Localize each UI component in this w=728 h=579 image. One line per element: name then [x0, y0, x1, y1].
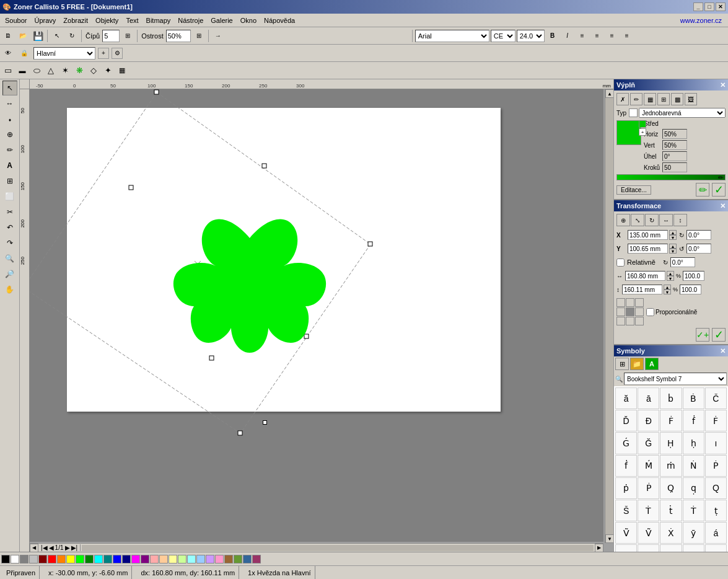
trans-prop-cb[interactable]: [646, 308, 654, 316]
font-size-select[interactable]: 24.0: [517, 30, 545, 42]
arrow-btn[interactable]: →: [211, 29, 225, 43]
sym-cell-11[interactable]: Ğ: [638, 432, 659, 454]
trans-x-up[interactable]: ▲: [669, 230, 677, 235]
triangle-tool[interactable]: △: [44, 64, 58, 77]
layer-add-btn[interactable]: +: [98, 48, 109, 59]
menu-galerie[interactable]: Galerie: [207, 15, 236, 25]
sym-cell-28[interactable]: Ṫ: [683, 500, 704, 521]
menu-napoveda[interactable]: Nápověda: [260, 15, 299, 25]
trans-grid-tl[interactable]: [616, 298, 625, 307]
color-sky[interactable]: [196, 555, 205, 564]
scroll-left-btn[interactable]: ◀: [30, 544, 38, 552]
sym-cell-31[interactable]: Ṽ: [638, 522, 659, 544]
color-purple[interactable]: [141, 555, 149, 564]
trans-wpct-input[interactable]: [683, 271, 704, 281]
layer-settings-btn[interactable]: ⚙: [112, 48, 123, 59]
trans-grid[interactable]: [616, 298, 644, 325]
node-tool[interactable]: ⬧: [2, 112, 17, 126]
sym-cell-6[interactable]: Đ: [638, 410, 659, 431]
flower-shape[interactable]: [141, 157, 358, 374]
color-pink1[interactable]: [150, 555, 159, 564]
page-nav-right[interactable]: ▶|: [71, 544, 78, 551]
cut-tool[interactable]: ✂: [2, 205, 17, 219]
italic-button[interactable]: I: [561, 29, 574, 43]
align-justify[interactable]: ≡: [620, 29, 634, 43]
fill-add-btn[interactable]: +: [639, 128, 646, 136]
cipu-input[interactable]: [102, 30, 120, 42]
sym-cell-13[interactable]: ḥ: [683, 432, 704, 454]
ostrost-spin[interactable]: ⊞: [192, 29, 206, 43]
transform-tool[interactable]: ↔: [2, 96, 17, 111]
sym-cell-36[interactable]: ã: [638, 544, 659, 552]
color-steel[interactable]: [243, 555, 252, 564]
trans-y-input[interactable]: [628, 244, 668, 254]
sym-cell-39[interactable]: u: [705, 544, 727, 552]
sym-cell-37[interactable]: í: [660, 544, 682, 552]
color-gray[interactable]: [20, 555, 29, 564]
sym-cell-19[interactable]: Ṗ: [705, 455, 727, 477]
sym-cell-15[interactable]: ḟ: [615, 455, 637, 477]
fill-color-preview[interactable]: [616, 120, 641, 145]
pointer-tool[interactable]: ↖: [50, 29, 64, 43]
sym-cell-1[interactable]: ā: [638, 387, 659, 409]
trans-x-input[interactable]: [628, 230, 668, 240]
barcode-tool[interactable]: ▦: [115, 64, 129, 77]
trans-rot-input[interactable]: [686, 230, 711, 240]
transformace-close[interactable]: ✕: [720, 202, 726, 210]
zoom-in-tool[interactable]: 🔍: [2, 251, 17, 266]
color-yellow[interactable]: [66, 555, 75, 564]
color-olive[interactable]: [234, 555, 242, 564]
fill-grad-btn[interactable]: ▦: [644, 93, 656, 105]
align-center[interactable]: ≡: [590, 29, 604, 43]
sym-cell-0[interactable]: ă: [615, 387, 637, 409]
sym-font-select[interactable]: Bookshelf Symbol 7: [624, 373, 727, 385]
scrollbar-vertical[interactable]: ▲ ▼: [605, 89, 613, 543]
trans-grid-mr[interactable]: [635, 307, 644, 316]
fill-texture-btn[interactable]: ▩: [671, 93, 683, 105]
trans-relative-cb[interactable]: [616, 259, 625, 267]
sym-cell-14[interactable]: ı: [705, 432, 727, 454]
trans-flip-v-btn[interactable]: ↕: [673, 214, 687, 226]
scroll-right-btn[interactable]: ▶: [595, 544, 603, 552]
fill-none-btn[interactable]: ✗: [616, 93, 629, 105]
menu-soubor[interactable]: Soubor: [1, 15, 30, 25]
scroll-up-btn[interactable]: ▲: [605, 89, 613, 98]
pan-tool[interactable]: ✋: [2, 282, 17, 297]
canvas-viewport[interactable]: ↖: [30, 89, 603, 542]
new-button[interactable]: 🗎: [1, 29, 15, 43]
trans-y-down[interactable]: ▼: [669, 249, 677, 254]
menu-okno[interactable]: Okno: [237, 15, 260, 25]
sym-cell-25[interactable]: Š: [615, 500, 637, 521]
trans-grid-tm[interactable]: [626, 298, 634, 307]
sym-cell-33[interactable]: ȳ: [683, 522, 704, 544]
round-rect-tool[interactable]: ▬: [15, 64, 29, 77]
menu-upravy[interactable]: Úpravy: [30, 15, 59, 25]
sym-cell-16[interactable]: Ḿ: [638, 455, 659, 477]
ellipse-tool[interactable]: ⬭: [30, 64, 43, 77]
color-lime2[interactable]: [178, 555, 186, 564]
color-lime[interactable]: [76, 555, 84, 564]
trans-flip-h-btn[interactable]: ↔: [659, 214, 673, 226]
trans-x-down[interactable]: ▼: [669, 235, 677, 240]
symboly-close[interactable]: ✕: [720, 347, 726, 355]
color-pink2[interactable]: [215, 555, 224, 564]
sym-cell-17[interactable]: ṁ: [660, 455, 682, 477]
zoom-out-tool[interactable]: 🔎: [2, 267, 17, 281]
trans-hpct-input[interactable]: [680, 285, 701, 294]
trans-move-btn[interactable]: ⊕: [616, 214, 630, 226]
color-black[interactable]: [1, 555, 10, 564]
sym-cell-35[interactable]: à: [615, 544, 637, 552]
color-red[interactable]: [48, 555, 56, 564]
star4-tool[interactable]: ✦: [101, 64, 115, 77]
color-maroon[interactable]: [38, 555, 47, 564]
sym-cell-2[interactable]: ḃ: [660, 387, 682, 409]
trans-circ-input[interactable]: [670, 257, 695, 267]
rect-tool[interactable]: ▭: [1, 64, 15, 77]
save-button[interactable]: 💾: [31, 29, 45, 43]
crop-tool[interactable]: ⊕: [2, 127, 17, 142]
trans-rot2-input[interactable]: [686, 244, 711, 254]
fill-picker-icon[interactable]: ✏: [716, 175, 725, 180]
close-button[interactable]: ✕: [716, 2, 726, 11]
color-silver[interactable]: [29, 555, 38, 564]
frame-tool[interactable]: ⬜: [2, 189, 17, 204]
